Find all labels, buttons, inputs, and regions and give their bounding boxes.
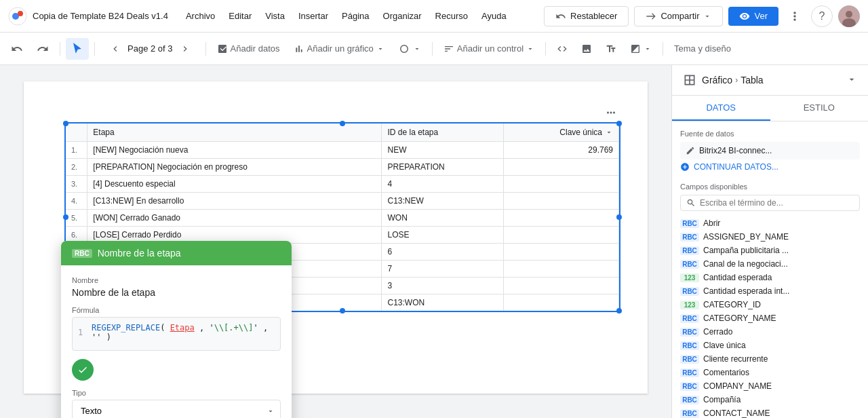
- table-row: 4. [C13:NEW] En desarrollo C13:NEW: [66, 193, 619, 210]
- looker-studio-icon: [8, 7, 27, 26]
- code-button[interactable]: [551, 38, 573, 60]
- top-actions: Restablecer Compartir Ver ?: [544, 5, 860, 27]
- formula-line-number: 1: [78, 328, 89, 337]
- resize-handle-tl[interactable]: [63, 121, 68, 126]
- field-item: RBC Canal de la negociaci...: [680, 257, 860, 271]
- menu-insertar[interactable]: Insertar: [292, 8, 335, 24]
- more-horiz-icon: [605, 107, 617, 119]
- menu-archivo[interactable]: Archivo: [179, 8, 222, 24]
- resize-handle-ml[interactable]: [63, 214, 68, 220]
- menu-organizar[interactable]: Organizar: [376, 8, 429, 24]
- menu-editar[interactable]: Editar: [222, 8, 258, 24]
- data-source-name: Bitrix24 BI-connec...: [699, 146, 772, 155]
- fields-section: Campos disponibles RBC Abrir RBC ASSIGNE…: [680, 183, 860, 418]
- compartir-button[interactable]: Compartir: [634, 6, 723, 26]
- resize-handle-tm[interactable]: [340, 121, 345, 126]
- formula-box[interactable]: 1 REGEXP_REPLACE( Etapa , '\\[.+\\]' , '…: [72, 317, 281, 351]
- add-chart-button[interactable]: Añadir un gráfico: [288, 38, 390, 60]
- field-type-badge: RBC: [680, 219, 699, 228]
- field-name: Compañía: [703, 395, 741, 404]
- more-vert-icon: [788, 10, 802, 23]
- field-item: RBC CONTACT_NAME: [680, 406, 860, 418]
- menu-recurso[interactable]: Recurso: [429, 8, 475, 24]
- theme-button[interactable]: Tema y diseño: [669, 38, 736, 60]
- field-editor-header: RBC Nombre de la etapa: [61, 241, 292, 265]
- table-row: 5. [WON] Cerrado Ganado WON: [66, 210, 619, 227]
- field-type-badge: RBC: [680, 341, 699, 350]
- add-control-button[interactable]: Añadir un control: [438, 38, 540, 60]
- field-name: Cantidad esperada: [703, 273, 772, 282]
- tipo-select[interactable]: Texto: [72, 400, 281, 418]
- field-item: RBC Cerrado: [680, 325, 860, 339]
- panel-header: Gráfico › Tabla: [672, 65, 868, 96]
- col-clave[interactable]: Clave única: [504, 124, 619, 142]
- col-etapa[interactable]: Etapa: [87, 124, 382, 142]
- breadcrumb-current: Tabla: [741, 75, 763, 86]
- resize-handle-bm[interactable]: [340, 308, 345, 314]
- field-name: Comentarios: [703, 368, 749, 377]
- data-source-section: Fuente de datos Bitrix24 BI-connec... CO…: [680, 130, 860, 174]
- field-editor-type-badge: RBC: [72, 249, 92, 258]
- name-value: Nombre de la etapa: [72, 287, 281, 298]
- add-data-button[interactable]: Añadir datos: [212, 38, 285, 60]
- pencil-icon[interactable]: [686, 146, 695, 155]
- menu-pagina[interactable]: Página: [335, 8, 376, 24]
- search-fields-input[interactable]: [700, 198, 854, 208]
- table-row: 3. [4] Descuento especial 4: [66, 176, 619, 193]
- tab-estilo[interactable]: ESTILO: [770, 96, 869, 121]
- field-name: Campaña publicitaria ...: [703, 246, 789, 255]
- confirm-check-button[interactable]: [72, 359, 94, 381]
- shapes-button[interactable]: [393, 38, 427, 60]
- page-navigation: Page 2 of 3: [100, 39, 200, 58]
- field-item: RBC Campaña publicitaria ...: [680, 244, 860, 257]
- formula-content: REGEXP_REPLACE( Etapa , '\\[.+\\]' , '' …: [92, 323, 275, 342]
- search-icon: [686, 198, 696, 208]
- field-item: RBC Compañía: [680, 393, 860, 406]
- shapes-icon: [398, 43, 410, 55]
- field-editor-popup: RBC Nombre de la etapa Nombre Nombre de …: [61, 241, 292, 418]
- tab-datos[interactable]: DATOS: [672, 96, 770, 121]
- col-id[interactable]: ID de la etapa: [382, 124, 504, 142]
- field-item: RBC ASSIGNED_BY_NAME: [680, 230, 860, 244]
- table-more-options[interactable]: [603, 104, 619, 121]
- field-name: Clave única: [703, 341, 746, 350]
- field-type-badge: 123: [680, 301, 699, 309]
- menu-ayuda[interactable]: Ayuda: [475, 8, 513, 24]
- more-options-button[interactable]: [784, 5, 806, 27]
- prev-page-button[interactable]: [106, 39, 125, 58]
- field-item: RBC Cantidad esperada int...: [680, 284, 860, 298]
- undo-button[interactable]: [5, 38, 28, 60]
- fields-label: Campos disponibles: [680, 183, 860, 191]
- line-icon: [630, 43, 641, 54]
- control-icon: [443, 43, 454, 54]
- top-bar: Copia de Template B24 Deals v1.4 Archivo…: [0, 0, 868, 33]
- redo-button[interactable]: [31, 38, 54, 60]
- text-button[interactable]: [600, 38, 622, 60]
- add-data-source-button[interactable]: CONTINUAR DATOS...: [680, 159, 860, 174]
- image-button[interactable]: [576, 38, 597, 60]
- col-num: [66, 124, 87, 142]
- resize-handle-mr[interactable]: [616, 214, 622, 220]
- line-button[interactable]: [625, 38, 657, 60]
- resize-handle-br[interactable]: [616, 308, 622, 314]
- field-type-badge: RBC: [680, 233, 699, 242]
- field-name: COMPANY_NAME: [703, 381, 772, 391]
- text-icon: [606, 43, 616, 54]
- data-source-label: Fuente de datos: [680, 130, 860, 138]
- panel-header-left: Gráfico › Tabla: [683, 73, 764, 87]
- resize-handle-tr[interactable]: [616, 121, 622, 126]
- menu-vista[interactable]: Vista: [258, 8, 292, 24]
- toolbar-divider-4: [432, 42, 433, 56]
- help-button[interactable]: ?: [811, 5, 833, 27]
- panel-collapse-button[interactable]: [846, 74, 857, 87]
- ver-button[interactable]: Ver: [728, 7, 778, 26]
- field-type-badge: RBC: [680, 287, 699, 296]
- field-type-badge: RBC: [680, 328, 699, 337]
- field-item: RBC Comentarios: [680, 366, 860, 379]
- redo-toolbar-icon: [37, 43, 49, 55]
- panel-tabs: DATOS ESTILO: [672, 96, 868, 121]
- select-tool-button[interactable]: [66, 38, 89, 60]
- code-icon: [557, 43, 568, 54]
- restablecer-button[interactable]: Restablecer: [544, 6, 629, 26]
- next-page-button[interactable]: [176, 39, 195, 58]
